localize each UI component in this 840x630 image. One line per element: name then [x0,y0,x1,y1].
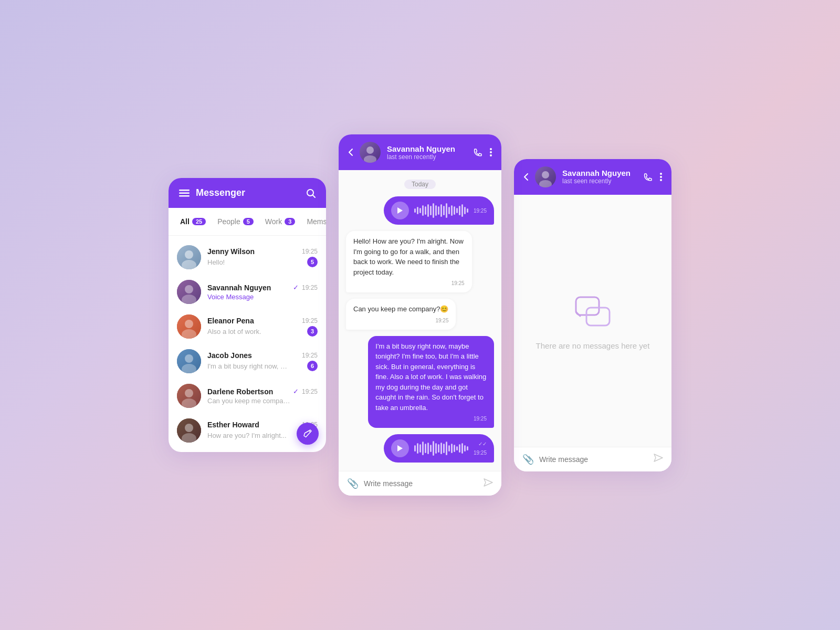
avatar-darlene [177,384,201,408]
tab-work[interactable]: Work 3 [262,215,299,228]
tabs-bar: All 25 People 5 Work 3 Mems [169,208,326,236]
chat-input-area: 📎 [339,471,501,496]
attach-icon-empty[interactable]: 📎 [522,454,534,465]
svg-point-3 [307,190,313,196]
messenger-panel: Messenger All 25 People 5 Work 3 [169,178,326,452]
svg-rect-35 [576,297,599,315]
chat-info-jacob: Jacob Jones 19:25 I'm a bit busy right n… [207,351,318,371]
waveform-1 [414,203,468,218]
svg-rect-36 [586,308,610,326]
chat-item-eleanor[interactable]: Eleanor Pena 19:25 Also a lot of work. 3 [169,309,326,344]
empty-text: There are no messages here yet [536,341,650,350]
svg-point-18 [185,389,193,397]
message-sent-1: I'm a bit busy right now, maybe tonight?… [368,336,494,428]
play-button-1[interactable] [391,202,409,219]
check-icon-savannah: ✓ [293,284,299,291]
svg-point-15 [185,354,193,363]
svg-point-28 [490,154,492,156]
tab-all[interactable]: All 25 [177,215,209,228]
avatar-jenny [177,245,201,269]
empty-chat-icon [572,291,614,333]
chat-header: Savannah Nguyen last seen recently [339,134,501,170]
svg-rect-1 [179,192,190,194]
svg-point-21 [185,424,193,432]
avatar-esther [177,418,201,443]
svg-line-4 [313,195,315,197]
empty-chat-header: Savannah Nguyen last seen recently [514,159,671,195]
back-icon[interactable] [348,148,353,156]
chat-item-jenny[interactable]: Jenny Wilson 19:25 Hello! 5 [169,240,326,275]
empty-chat-panel: Savannah Nguyen last seen recently [514,159,671,471]
svg-point-6 [185,250,193,259]
svg-point-33 [660,176,662,178]
svg-point-26 [490,148,492,150]
send-icon[interactable] [484,478,493,489]
search-icon[interactable] [306,188,316,198]
avatar-savannah-chat [360,142,381,163]
avatar-empty-chat [535,166,556,187]
empty-chat-input-area: 📎 [514,447,671,471]
chat-item-savannah[interactable]: Savannah Nguyen ✓ 19:25 Voice Message [169,275,326,309]
call-icon-empty[interactable] [643,172,653,182]
svg-point-32 [660,173,662,175]
empty-message-input[interactable] [539,455,648,464]
svg-point-24 [366,146,374,154]
chat-panel: Savannah Nguyen last seen recently [339,134,501,496]
svg-point-27 [490,151,492,153]
back-icon-empty[interactable] [523,173,529,181]
call-icon[interactable] [473,148,482,157]
svg-point-30 [542,171,549,178]
empty-messages-area: There are no messages here yet [514,195,671,447]
avatar-eleanor [177,314,201,339]
chat-item-jacob[interactable]: Jacob Jones 19:25 I'm a bit busy right n… [169,344,326,379]
messenger-body: Jenny Wilson 19:25 Hello! 5 [169,236,326,452]
voice-message-1: 19:25 [384,196,494,225]
header-left: Messenger [179,187,245,198]
svg-rect-0 [179,190,190,191]
empty-chat-actions [643,172,662,182]
play-button-2[interactable] [391,439,409,457]
messenger-title: Messenger [196,187,245,198]
attach-icon[interactable]: 📎 [347,478,359,489]
message-received-2: Can you keep me company?😊 19:25 [346,299,456,330]
message-input[interactable] [364,479,478,488]
chat-info-savannah: Savannah Nguyen ✓ 19:25 Voice Message [207,284,318,301]
chat-info-jenny: Jenny Wilson 19:25 Hello! 5 [207,247,318,267]
svg-point-34 [660,179,662,181]
svg-point-9 [185,285,193,293]
more-icon[interactable] [490,148,492,157]
chat-info-darlene: Darlene Robertson ✓ 19:25 Can you keep m… [207,387,318,405]
svg-point-12 [185,320,193,328]
messenger-header: Messenger [169,178,326,208]
send-icon-empty[interactable] [654,454,663,465]
svg-rect-2 [179,195,190,197]
menu-icon[interactable] [179,190,190,197]
chat-info-eleanor: Eleanor Pena 19:25 Also a lot of work. 3 [207,317,318,337]
chat-item-darlene[interactable]: Darlene Robertson ✓ 19:25 Can you keep m… [169,379,326,413]
more-icon-empty[interactable] [660,172,662,182]
waveform-2 [414,441,468,456]
empty-chat-header-info: Savannah Nguyen last seen recently [562,169,637,185]
date-divider: Today [346,181,494,188]
chat-messages: Today [339,170,501,471]
compose-fab[interactable] [297,423,319,445]
tab-people[interactable]: People 5 [214,215,257,228]
chat-header-actions [473,148,492,157]
avatar-jacob [177,349,201,373]
avatar-savannah [177,280,201,304]
chat-header-info: Savannah Nguyen last seen recently [387,144,467,161]
voice-message-2: ✓✓ 19:25 [384,434,494,463]
tab-mems[interactable]: Mems [303,215,326,228]
message-received-1: Hello! How are you? I'm alright. Now I'm… [346,231,472,292]
check-icon-darlene: ✓ [293,387,299,395]
chat-list: Jenny Wilson 19:25 Hello! 5 [169,236,326,452]
